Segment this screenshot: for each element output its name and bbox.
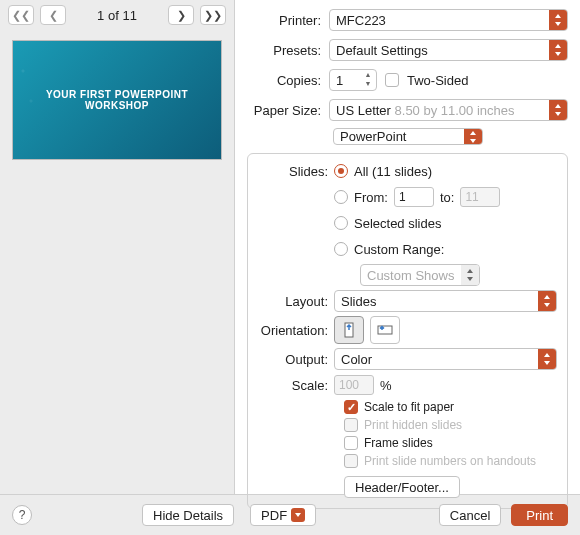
- svg-rect-1: [378, 326, 392, 334]
- presets-select[interactable]: Default Settings: [329, 39, 568, 61]
- nav-first-button[interactable]: ❮❮: [8, 5, 34, 25]
- print-numbers-label: Print slide numbers on handouts: [364, 454, 536, 468]
- paper-size-label: Paper Size:: [247, 103, 321, 118]
- print-button[interactable]: Print: [511, 504, 568, 526]
- radio-custom[interactable]: [334, 242, 348, 256]
- thumbnail-title: YOUR FIRST POWERPOINT WORKSHOP: [13, 89, 221, 111]
- output-label: Output:: [258, 352, 328, 367]
- hide-details-button[interactable]: Hide Details: [142, 504, 234, 526]
- page-indicator: 1 of 11: [72, 8, 162, 23]
- chevron-down-icon: [291, 508, 305, 522]
- to-input[interactable]: 11: [460, 187, 500, 207]
- print-numbers-checkbox: [344, 454, 358, 468]
- scale-label: Scale:: [258, 378, 328, 393]
- copies-label: Copies:: [247, 73, 321, 88]
- radio-from[interactable]: [334, 190, 348, 204]
- layout-label: Layout:: [258, 294, 328, 309]
- paper-size-select[interactable]: US Letter 8.50 by 11.00 inches: [329, 99, 568, 121]
- print-hidden-label: Print hidden slides: [364, 418, 462, 432]
- two-sided-checkbox[interactable]: [385, 73, 399, 87]
- scale-fit-label: Scale to fit paper: [364, 400, 454, 414]
- pdf-menu-button[interactable]: PDF: [250, 504, 316, 526]
- frame-slides-label: Frame slides: [364, 436, 433, 450]
- app-options-group: Slides: All (11 slides) From: 1 to: 11 S…: [247, 153, 568, 509]
- scale-input: 100: [334, 375, 374, 395]
- percent-label: %: [380, 378, 392, 393]
- preview-panel: ❮❮ ❮ 1 of 11 ❯ ❯❯ YOUR FIRST POWERPOINT …: [0, 0, 234, 494]
- header-footer-button[interactable]: Header/Footer...: [344, 476, 460, 498]
- app-select[interactable]: PowerPoint: [333, 128, 483, 145]
- copies-stepper[interactable]: 1▲▼: [329, 69, 377, 91]
- presets-label: Presets:: [247, 43, 321, 58]
- orientation-portrait[interactable]: [334, 316, 364, 344]
- radio-all[interactable]: [334, 164, 348, 178]
- custom-range-label: Custom Range:: [354, 242, 444, 257]
- orientation-landscape[interactable]: [370, 316, 400, 344]
- scale-fit-checkbox[interactable]: ✓: [344, 400, 358, 414]
- settings-panel: Printer: MFC223 Presets: Default Setting…: [234, 0, 580, 494]
- orientation-label: Orientation:: [258, 323, 328, 338]
- radio-selected[interactable]: [334, 216, 348, 230]
- two-sided-label: Two-Sided: [407, 73, 468, 88]
- output-select[interactable]: Color: [334, 348, 557, 370]
- printer-label: Printer:: [247, 13, 321, 28]
- from-label: From:: [354, 190, 388, 205]
- printer-select[interactable]: MFC223: [329, 9, 568, 31]
- from-input[interactable]: 1: [394, 187, 434, 207]
- frame-slides-checkbox[interactable]: [344, 436, 358, 450]
- selected-label: Selected slides: [354, 216, 441, 231]
- nav-prev-button[interactable]: ❮: [40, 5, 66, 25]
- slides-label: Slides:: [258, 164, 328, 179]
- all-label: All (11 slides): [354, 164, 432, 179]
- nav-next-button[interactable]: ❯: [168, 5, 194, 25]
- slide-thumbnail: YOUR FIRST POWERPOINT WORKSHOP: [12, 40, 222, 160]
- to-label: to:: [440, 190, 454, 205]
- nav-last-button[interactable]: ❯❯: [200, 5, 226, 25]
- layout-select[interactable]: Slides: [334, 290, 557, 312]
- cancel-button[interactable]: Cancel: [439, 504, 501, 526]
- print-hidden-checkbox: [344, 418, 358, 432]
- custom-shows-select: Custom Shows: [360, 264, 480, 286]
- help-button[interactable]: ?: [12, 505, 32, 525]
